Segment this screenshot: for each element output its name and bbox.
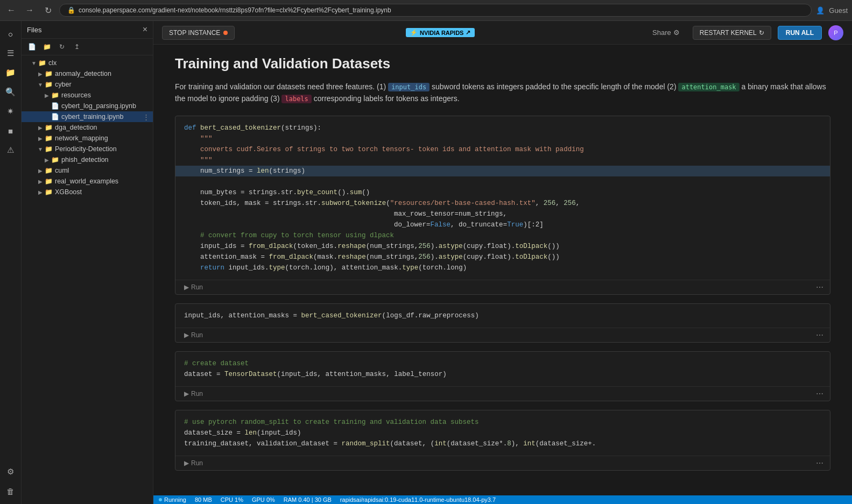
folder-icon: 📁 (51, 155, 59, 164)
menu-button[interactable]: ☰ (2, 45, 19, 62)
more-options-icon[interactable]: ⋮ (143, 113, 150, 121)
arrow-icon: ▶ (37, 70, 44, 77)
code-cell-3: # create dataset dataset = TensorDataset… (175, 351, 830, 401)
run-cell-3-button[interactable]: ▶ Run (182, 389, 205, 399)
code-cell-3-body[interactable]: # create dataset dataset = TensorDataset… (175, 352, 830, 386)
tree-item-cyber[interactable]: ▼ 📁 cyber (22, 79, 153, 90)
code-cell-1-body[interactable]: def bert_cased_tokenizer(strings): """ c… (175, 116, 830, 280)
settings-icon: ⚙ (673, 29, 680, 37)
lock-icon: 🔒 (67, 6, 75, 14)
address-bar[interactable]: 🔒 console.paperspace.com/gradient-next/n… (59, 4, 812, 17)
browser-user: 👤 Guest (816, 6, 848, 15)
notebook-description: For training and validation our datasets… (175, 81, 830, 105)
extensions-button[interactable]: ■ (2, 122, 19, 139)
run-cell-2-button[interactable]: ▶ Run (182, 330, 205, 340)
code-cell-4: # use pytorch random_split to create tra… (175, 410, 830, 471)
back-button[interactable]: ← (4, 3, 18, 17)
forward-button[interactable]: → (23, 3, 37, 17)
tree-item-cuml[interactable]: ▶ 📁 cuml (22, 165, 153, 176)
files-button[interactable]: 📁 (2, 64, 19, 81)
file-panel: Files × 📄 📁 ↻ ↥ ▼ 📁 clx ▶ 📁 anomaly_dete… (22, 21, 153, 504)
new-folder-button[interactable]: 📁 (41, 41, 53, 53)
arrow-icon: ▶ (43, 156, 51, 164)
refresh-files-button[interactable]: ↻ (56, 41, 68, 53)
tree-label: clx (48, 59, 57, 67)
stop-instance-button[interactable]: STOP INSTANCE (162, 26, 235, 40)
folder-icon: 📁 (44, 134, 53, 143)
top-bar-left: STOP INSTANCE (162, 26, 235, 40)
inline-code-labels: labels (281, 95, 311, 103)
cell-2-more-button[interactable]: ⋯ (816, 331, 823, 339)
play-icon: ▶ (184, 459, 189, 467)
tree-label: dga_detection (55, 124, 97, 131)
status-bar: Running 80 MB CPU 1% GPU 0% RAM 0.40 | 3… (153, 495, 852, 504)
tree-item-real-world[interactable]: ▶ 📁 real_world_examples (22, 176, 153, 187)
status-gpu: GPU 0% (252, 496, 275, 503)
logo-button[interactable]: ○ (2, 25, 19, 42)
stop-dot (223, 31, 228, 35)
tree-item-anomaly-detection[interactable]: ▶ 📁 anomaly_detection (22, 68, 153, 79)
tree-item-dga[interactable]: ▶ 📁 dga_detection (22, 122, 153, 133)
cell-3-more-button[interactable]: ⋯ (816, 389, 823, 398)
code-cell-2: input_ids, attention_masks = bert_cased_… (175, 303, 830, 343)
notebook-icon: 📄 (51, 102, 59, 110)
folder-icon: 📁 (44, 166, 53, 175)
rapids-badge[interactable]: ⚡ NVIDIA RAPIDS ↗ (406, 28, 475, 37)
tree-label: cybert_log_parsing.ipynb (61, 102, 136, 110)
icon-sidebar: ○ ☰ 📁 🔍 ✷ ■ ⚠ ⚙ 🗑 (0, 21, 22, 504)
notebook: Training and Validation Datasets For tra… (153, 45, 852, 495)
tree-item-xgboost[interactable]: ▶ 📁 XGBoost (22, 187, 153, 197)
notebook-active-icon: 📄 (51, 112, 59, 121)
tree-item-network[interactable]: ▶ 📁 network_mapping (22, 133, 153, 144)
collapse-button[interactable]: ↥ (71, 41, 83, 53)
inline-code-attention-mask: attention_mask (678, 83, 739, 91)
file-tree: ▼ 📁 clx ▶ 📁 anomaly_detection ▼ 📁 cyber … (22, 55, 153, 504)
running-dot (159, 498, 162, 501)
warning-button[interactable]: ⚠ (2, 141, 19, 159)
notebook-title: Training and Validation Datasets (175, 55, 830, 72)
play-icon: ▶ (184, 331, 189, 339)
folder-open-icon: 📁 (44, 80, 53, 89)
tree-item-resources[interactable]: ▶ 📁 resources (22, 90, 153, 101)
tree-label: cuml (55, 167, 69, 174)
url-text: console.paperspace.com/gradient-next/not… (79, 6, 391, 14)
folder-icon: 📁 (44, 177, 53, 186)
tree-label: phish_detection (61, 156, 109, 164)
folder-icon: 📁 (44, 123, 53, 132)
arrow-icon: ▼ (37, 81, 44, 88)
restart-kernel-button[interactable]: RESTART KERNEL ↻ (693, 26, 771, 40)
cell-1-more-button[interactable]: ⋯ (816, 283, 823, 292)
code-cell-2-footer: ▶ Run ⋯ (175, 328, 830, 342)
settings-bottom-button[interactable]: ⚙ (2, 463, 19, 480)
top-bar-right: Share ⚙ RESTART KERNEL ↻ RUN ALL P (646, 25, 843, 40)
run-all-button[interactable]: RUN ALL (778, 26, 822, 40)
tree-item-periodicity[interactable]: ▼ 📁 Periodicity-Detection (22, 144, 153, 154)
run-cell-4-button[interactable]: ▶ Run (182, 458, 205, 468)
delete-button[interactable]: 🗑 (2, 482, 19, 500)
close-panel-button[interactable]: × (143, 25, 147, 34)
code-cell-4-body[interactable]: # use pytorch random_split to create tra… (175, 410, 830, 456)
code-cell-2-body[interactable]: input_ids, attention_masks = bert_cased_… (175, 304, 830, 328)
git-button[interactable]: ✷ (2, 103, 19, 120)
arrow-icon: ▶ (43, 91, 51, 99)
tree-root-clx[interactable]: ▼ 📁 clx (22, 58, 153, 68)
app: ○ ☰ 📁 🔍 ✷ ■ ⚠ ⚙ 🗑 Files × 📄 📁 ↻ ↥ ▼ 📁 cl… (0, 21, 852, 504)
tree-item-phish[interactable]: ▶ 📁 phish_detection (22, 154, 153, 165)
search-button[interactable]: 🔍 (2, 83, 19, 101)
user-icon: 👤 (816, 6, 825, 15)
code-cell-3-footer: ▶ Run ⋯ (175, 386, 830, 401)
tree-label: cybert_training.ipynb (61, 113, 123, 120)
tree-item-log-parsing[interactable]: 📄 cybert_log_parsing.ipynb (22, 101, 153, 111)
status-running: Running (159, 496, 186, 503)
arrow-icon: ▼ (30, 59, 38, 67)
cell-4-more-button[interactable]: ⋯ (816, 459, 823, 467)
new-file-button[interactable]: 📄 (26, 41, 38, 53)
code-cell-4-footer: ▶ Run ⋯ (175, 456, 830, 470)
arrow-icon: ▼ (37, 145, 44, 153)
status-cpu: CPU 1% (221, 496, 243, 503)
share-button[interactable]: Share ⚙ (646, 26, 686, 39)
refresh-button[interactable]: ↻ (41, 3, 55, 17)
file-toolbar: 📄 📁 ↻ ↥ (22, 39, 153, 55)
tree-item-training[interactable]: 📄 cybert_training.ipynb ⋮ (22, 111, 153, 122)
run-cell-1-button[interactable]: ▶ Run (182, 282, 205, 292)
